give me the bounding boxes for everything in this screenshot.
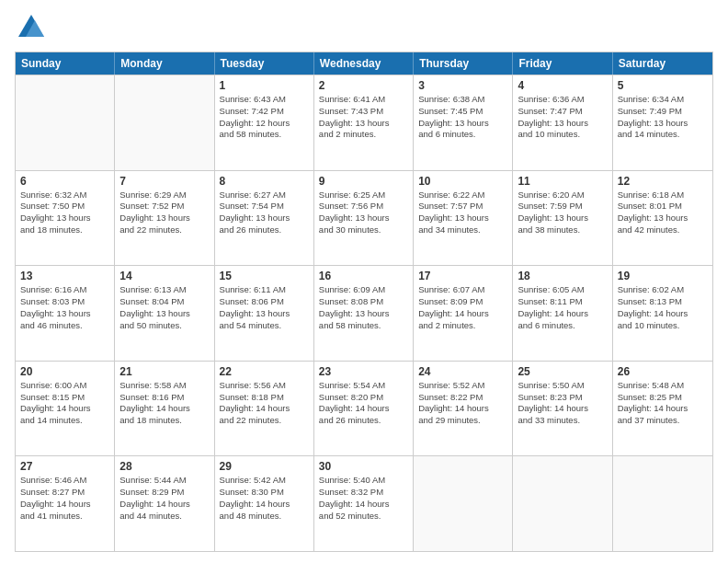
week-row-4: 20Sunrise: 6:00 AMSunset: 8:15 PMDayligh… xyxy=(16,361,712,456)
day-number: 29 xyxy=(220,460,309,473)
day-cell-1-5: 3Sunrise: 6:38 AMSunset: 7:45 PMDaylight… xyxy=(414,75,513,170)
day-cell-4-1: 20Sunrise: 6:00 AMSunset: 8:15 PMDayligh… xyxy=(16,362,115,456)
day-info: Sunrise: 5:48 AMSunset: 8:25 PMDaylight:… xyxy=(618,380,708,427)
header-wednesday: Wednesday xyxy=(314,52,414,75)
week-row-5: 27Sunrise: 5:46 AMSunset: 8:27 PMDayligh… xyxy=(16,455,712,551)
day-cell-4-6: 25Sunrise: 5:50 AMSunset: 8:23 PMDayligh… xyxy=(513,362,612,456)
day-info: Sunrise: 5:54 AMSunset: 8:20 PMDaylight:… xyxy=(319,380,408,427)
day-number: 28 xyxy=(119,460,209,473)
day-info: Sunrise: 5:58 AMSunset: 8:16 PMDaylight:… xyxy=(119,380,209,427)
day-cell-3-2: 14Sunrise: 6:13 AMSunset: 8:04 PMDayligh… xyxy=(115,266,214,361)
day-info: Sunrise: 6:05 AMSunset: 8:11 PMDaylight:… xyxy=(518,284,607,331)
day-info: Sunrise: 6:29 AMSunset: 7:52 PMDaylight:… xyxy=(119,190,209,236)
day-cell-1-2 xyxy=(115,75,214,170)
day-number: 4 xyxy=(518,79,607,92)
day-cell-2-6: 11Sunrise: 6:20 AMSunset: 7:59 PMDayligh… xyxy=(513,171,612,266)
calendar-body: 1Sunrise: 6:43 AMSunset: 7:42 PMDaylight… xyxy=(16,75,712,551)
day-info: Sunrise: 6:41 AMSunset: 7:43 PMDaylight:… xyxy=(319,94,408,141)
week-row-3: 13Sunrise: 6:16 AMSunset: 8:03 PMDayligh… xyxy=(16,265,712,361)
day-number: 20 xyxy=(20,365,109,378)
day-number: 23 xyxy=(319,365,408,378)
day-info: Sunrise: 6:18 AMSunset: 8:01 PMDaylight:… xyxy=(618,190,708,236)
day-cell-5-5 xyxy=(414,456,513,551)
day-info: Sunrise: 6:00 AMSunset: 8:15 PMDaylight:… xyxy=(20,380,109,427)
week-row-2: 6Sunrise: 6:32 AMSunset: 7:50 PMDaylight… xyxy=(16,170,712,266)
day-number: 19 xyxy=(618,270,708,282)
day-info: Sunrise: 6:34 AMSunset: 7:49 PMDaylight:… xyxy=(618,94,708,141)
day-number: 24 xyxy=(418,365,507,378)
day-info: Sunrise: 6:07 AMSunset: 8:09 PMDaylight:… xyxy=(418,284,507,331)
day-cell-2-5: 10Sunrise: 6:22 AMSunset: 7:57 PMDayligh… xyxy=(414,171,513,266)
day-number: 3 xyxy=(418,79,507,92)
day-cell-3-4: 16Sunrise: 6:09 AMSunset: 8:08 PMDayligh… xyxy=(314,266,414,361)
page: Sunday Monday Tuesday Wednesday Thursday… xyxy=(0,0,728,563)
day-number: 7 xyxy=(119,175,209,188)
day-cell-5-1: 27Sunrise: 5:46 AMSunset: 8:27 PMDayligh… xyxy=(16,456,115,551)
day-number: 17 xyxy=(418,270,507,282)
day-info: Sunrise: 6:09 AMSunset: 8:08 PMDaylight:… xyxy=(319,284,408,331)
day-info: Sunrise: 6:22 AMSunset: 7:57 PMDaylight:… xyxy=(418,190,507,236)
day-info: Sunrise: 5:42 AMSunset: 8:30 PMDaylight:… xyxy=(220,475,309,522)
day-info: Sunrise: 5:56 AMSunset: 8:18 PMDaylight:… xyxy=(220,380,309,427)
day-cell-2-3: 8Sunrise: 6:27 AMSunset: 7:54 PMDaylight… xyxy=(215,171,314,266)
day-cell-4-5: 24Sunrise: 5:52 AMSunset: 8:22 PMDayligh… xyxy=(414,362,513,456)
logo xyxy=(15,11,50,44)
day-cell-3-3: 15Sunrise: 6:11 AMSunset: 8:06 PMDayligh… xyxy=(215,266,314,361)
header-monday: Monday xyxy=(115,52,214,75)
day-info: Sunrise: 5:44 AMSunset: 8:29 PMDaylight:… xyxy=(119,475,209,522)
day-number: 8 xyxy=(220,175,309,188)
header-friday: Friday xyxy=(513,52,612,75)
day-cell-5-7 xyxy=(613,456,712,551)
day-cell-1-1 xyxy=(16,75,115,170)
day-info: Sunrise: 6:13 AMSunset: 8:04 PMDaylight:… xyxy=(119,284,209,331)
day-number: 25 xyxy=(518,365,607,378)
day-info: Sunrise: 6:02 AMSunset: 8:13 PMDaylight:… xyxy=(618,284,708,331)
day-number: 26 xyxy=(618,365,708,378)
day-cell-4-4: 23Sunrise: 5:54 AMSunset: 8:20 PMDayligh… xyxy=(314,362,414,456)
day-cell-2-7: 12Sunrise: 6:18 AMSunset: 8:01 PMDayligh… xyxy=(613,171,712,266)
day-number: 30 xyxy=(319,460,408,473)
day-cell-1-7: 5Sunrise: 6:34 AMSunset: 7:49 PMDaylight… xyxy=(613,75,712,170)
day-cell-3-7: 19Sunrise: 6:02 AMSunset: 8:13 PMDayligh… xyxy=(613,266,712,361)
calendar: Sunday Monday Tuesday Wednesday Thursday… xyxy=(15,52,713,552)
day-cell-3-5: 17Sunrise: 6:07 AMSunset: 8:09 PMDayligh… xyxy=(414,266,513,361)
day-cell-3-1: 13Sunrise: 6:16 AMSunset: 8:03 PMDayligh… xyxy=(16,266,115,361)
day-info: Sunrise: 6:11 AMSunset: 8:06 PMDaylight:… xyxy=(220,284,309,331)
day-info: Sunrise: 6:32 AMSunset: 7:50 PMDaylight:… xyxy=(20,190,109,236)
day-cell-2-2: 7Sunrise: 6:29 AMSunset: 7:52 PMDaylight… xyxy=(115,171,214,266)
day-cell-2-1: 6Sunrise: 6:32 AMSunset: 7:50 PMDaylight… xyxy=(16,171,115,266)
day-number: 6 xyxy=(20,175,109,188)
day-info: Sunrise: 5:50 AMSunset: 8:23 PMDaylight:… xyxy=(518,380,607,427)
day-cell-4-7: 26Sunrise: 5:48 AMSunset: 8:25 PMDayligh… xyxy=(613,362,712,456)
day-info: Sunrise: 6:20 AMSunset: 7:59 PMDaylight:… xyxy=(518,190,607,236)
day-number: 22 xyxy=(220,365,309,378)
day-info: Sunrise: 6:36 AMSunset: 7:47 PMDaylight:… xyxy=(518,94,607,141)
day-info: Sunrise: 6:16 AMSunset: 8:03 PMDaylight:… xyxy=(20,284,109,331)
day-cell-1-6: 4Sunrise: 6:36 AMSunset: 7:47 PMDaylight… xyxy=(513,75,612,170)
day-number: 2 xyxy=(319,79,408,92)
logo-icon xyxy=(15,11,48,44)
day-info: Sunrise: 6:27 AMSunset: 7:54 PMDaylight:… xyxy=(220,190,309,236)
day-number: 15 xyxy=(220,270,309,282)
day-cell-4-3: 22Sunrise: 5:56 AMSunset: 8:18 PMDayligh… xyxy=(215,362,314,456)
day-cell-1-4: 2Sunrise: 6:41 AMSunset: 7:43 PMDaylight… xyxy=(314,75,414,170)
day-number: 1 xyxy=(220,79,309,92)
logo-wrapper xyxy=(15,11,50,44)
day-number: 5 xyxy=(618,79,708,92)
day-info: Sunrise: 5:40 AMSunset: 8:32 PMDaylight:… xyxy=(319,475,408,522)
header-tuesday: Tuesday xyxy=(215,52,314,75)
header-saturday: Saturday xyxy=(613,52,712,75)
day-number: 21 xyxy=(119,365,209,378)
day-cell-1-3: 1Sunrise: 6:43 AMSunset: 7:42 PMDaylight… xyxy=(215,75,314,170)
day-number: 12 xyxy=(618,175,708,188)
day-cell-5-4: 30Sunrise: 5:40 AMSunset: 8:32 PMDayligh… xyxy=(314,456,414,551)
day-cell-2-4: 9Sunrise: 6:25 AMSunset: 7:56 PMDaylight… xyxy=(314,171,414,266)
day-info: Sunrise: 5:46 AMSunset: 8:27 PMDaylight:… xyxy=(20,475,109,522)
day-number: 9 xyxy=(319,175,408,188)
day-cell-3-6: 18Sunrise: 6:05 AMSunset: 8:11 PMDayligh… xyxy=(513,266,612,361)
day-cell-4-2: 21Sunrise: 5:58 AMSunset: 8:16 PMDayligh… xyxy=(115,362,214,456)
week-row-1: 1Sunrise: 6:43 AMSunset: 7:42 PMDaylight… xyxy=(16,75,712,170)
day-number: 14 xyxy=(119,270,209,282)
day-number: 16 xyxy=(319,270,408,282)
header-thursday: Thursday xyxy=(414,52,513,75)
